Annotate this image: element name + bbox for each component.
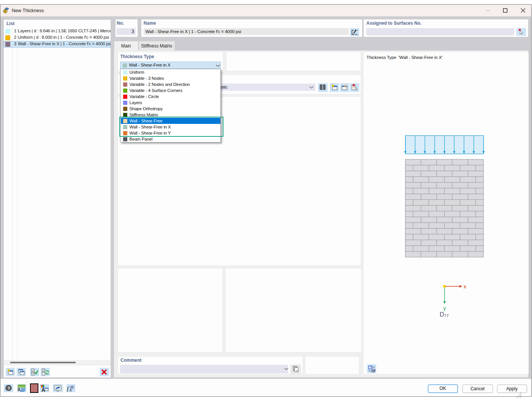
svg-text:y: y bbox=[443, 305, 446, 311]
svg-text:D77: D77 bbox=[440, 311, 449, 318]
svg-text:f: f bbox=[67, 386, 69, 392]
svg-text:00: 00 bbox=[21, 387, 25, 391]
svg-text:?: ? bbox=[7, 386, 10, 391]
svg-text:x: x bbox=[464, 283, 466, 290]
